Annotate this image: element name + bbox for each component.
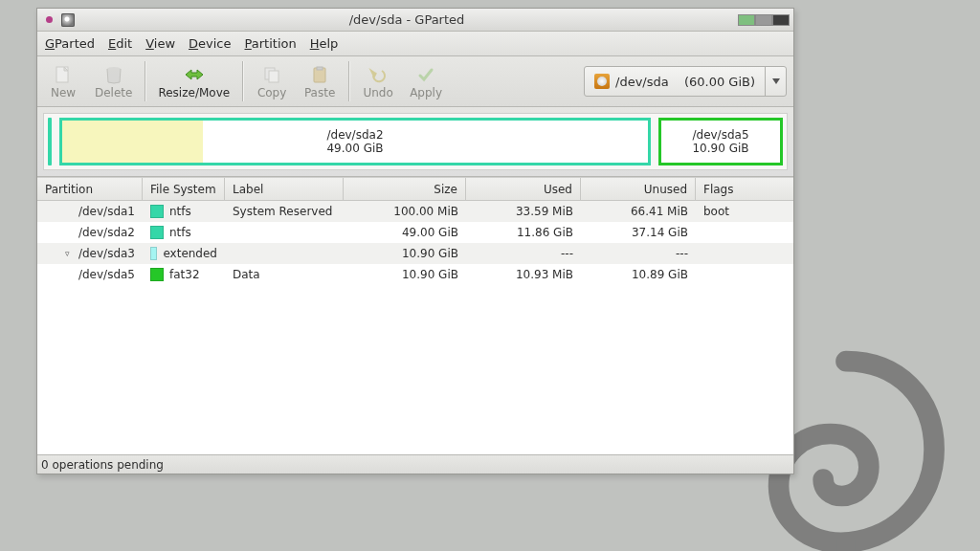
fs-swatch [150, 268, 164, 281]
fs-swatch [150, 247, 157, 260]
device-selector[interactable]: /dev/sda (60.00 GiB) [584, 66, 787, 97]
svg-rect-5 [317, 67, 323, 70]
copy-icon [261, 64, 282, 85]
col-used[interactable]: Used [466, 178, 581, 200]
menubar: GParted Edit View Device Partition Help [37, 32, 793, 56]
fs-swatch [150, 226, 164, 239]
table-row[interactable]: /dev/sda5fat32Data10.90 GiB10.93 MiB10.8… [37, 264, 793, 285]
col-filesystem[interactable]: File System [143, 178, 225, 200]
partition-graph-sda2[interactable]: /dev/sda2 49.00 GiB [59, 118, 651, 165]
fs-swatch [150, 205, 164, 218]
titlebar: /dev/sda - GParted [37, 9, 793, 32]
apply-button[interactable]: Apply [403, 59, 449, 103]
new-button[interactable]: New [40, 59, 86, 103]
col-unused[interactable]: Unused [581, 178, 696, 200]
delete-button[interactable]: Delete [88, 59, 139, 103]
maximize-button[interactable] [755, 14, 772, 26]
table-row[interactable]: ▿/dev/sda3extended10.90 GiB------ [37, 243, 793, 264]
partition-graph-sda1[interactable] [48, 118, 52, 165]
gparted-window: /dev/sda - GParted GParted Edit View Dev… [36, 8, 794, 474]
menu-edit[interactable]: Edit [108, 36, 132, 51]
col-label[interactable]: Label [225, 178, 344, 200]
device-dropdown[interactable] [765, 67, 786, 96]
status-bar: 0 operations pending [37, 454, 793, 474]
new-icon [53, 64, 74, 85]
close-button[interactable] [772, 14, 790, 26]
partition-graph-sda5[interactable]: /dev/sda5 10.90 GiB [658, 118, 783, 165]
paste-icon [309, 64, 330, 85]
undo-button[interactable]: Undo [355, 59, 401, 103]
table-row[interactable]: /dev/sda1ntfsSystem Reserved100.00 MiB33… [37, 201, 793, 222]
resize-button[interactable]: Resize/Move [151, 59, 236, 103]
window-controls[interactable] [738, 14, 790, 26]
undo-icon [368, 64, 389, 85]
disk-icon [594, 74, 610, 89]
col-size[interactable]: Size [344, 178, 466, 200]
delete-icon [103, 64, 124, 85]
copy-button[interactable]: Copy [249, 59, 295, 103]
device-path: /dev/sda [615, 75, 669, 89]
resize-icon [184, 64, 205, 85]
status-text: 0 operations pending [41, 458, 164, 472]
minimize-button[interactable] [738, 14, 755, 26]
window-menu-icon[interactable] [41, 12, 56, 28]
svg-rect-3 [269, 71, 278, 82]
menu-help[interactable]: Help [310, 36, 339, 51]
paste-button[interactable]: Paste [297, 59, 343, 103]
app-icon [60, 12, 76, 28]
chevron-down-icon [772, 78, 780, 84]
table-header: Partition File System Label Size Used Un… [37, 178, 793, 201]
apply-icon [415, 64, 436, 85]
partition-table: Partition File System Label Size Used Un… [37, 177, 793, 454]
table-row[interactable]: /dev/sda2ntfs49.00 GiB11.86 GiB37.14 GiB [37, 222, 793, 243]
menu-gparted[interactable]: GParted [45, 36, 95, 51]
toolbar: New Delete Resize/Move [37, 56, 793, 107]
menu-device[interactable]: Device [189, 36, 231, 51]
col-partition[interactable]: Partition [37, 178, 143, 200]
menu-view[interactable]: View [145, 36, 175, 51]
window-title: /dev/sda - GParted [79, 12, 734, 27]
menu-partition[interactable]: Partition [245, 36, 297, 51]
partition-graph: /dev/sda2 49.00 GiB /dev/sda5 10.90 GiB [37, 107, 793, 177]
col-flags[interactable]: Flags [696, 178, 793, 200]
device-capacity: (60.00 GiB) [684, 75, 755, 89]
